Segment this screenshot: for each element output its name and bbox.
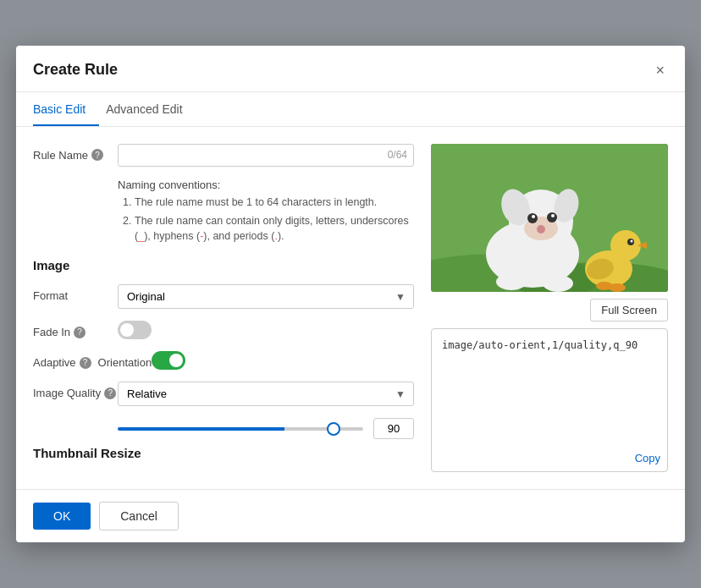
- svg-point-12: [537, 225, 545, 234]
- dialog-header: Create Rule ×: [16, 46, 685, 92]
- quality-slider-row: [118, 418, 414, 439]
- naming-conventions-list: The rule name must be 1 to 64 characters…: [118, 195, 414, 245]
- create-rule-dialog: Create Rule × Basic Edit Advanced Edit R…: [16, 46, 685, 542]
- image-section-title: Image: [33, 258, 414, 272]
- thumbnail-resize-section: Thumbnail Resize: [33, 446, 414, 460]
- format-select-wrapper: Original jpg png webp gif ▼: [118, 284, 414, 309]
- preview-image-inner: [431, 144, 668, 292]
- code-preview-box: image/auto-orient,1/quality,q_90 Copy: [431, 328, 668, 472]
- image-quality-select[interactable]: Relative Absolute: [118, 382, 414, 406]
- fade-in-toggle[interactable]: [118, 321, 152, 339]
- format-select[interactable]: Original jpg png webp gif: [118, 284, 414, 309]
- svg-point-16: [610, 230, 641, 261]
- copy-button[interactable]: Copy: [635, 452, 660, 464]
- naming-conventions-title: Naming conventions:: [118, 179, 414, 191]
- code-preview-text: image/auto-orient,1/quality,q_90: [442, 339, 638, 351]
- tab-advanced-edit[interactable]: Advanced Edit: [106, 92, 196, 126]
- quality-slider[interactable]: [118, 427, 363, 431]
- svg-point-10: [532, 215, 535, 218]
- char-count: 0/64: [388, 149, 407, 161]
- rule-name-input-wrapper: 0/64: [118, 144, 414, 167]
- rule-name-help-icon[interactable]: ?: [91, 149, 103, 161]
- left-panel: Rule Name ? 0/64 Naming conventions: The…: [33, 144, 414, 472]
- image-quality-select-wrapper: Relative Absolute ▼: [118, 382, 414, 406]
- dialog-footer: OK Cancel: [16, 489, 685, 542]
- rule-name-input[interactable]: [118, 144, 414, 167]
- adaptive-orientation-label: Adaptive ? Orientation: [33, 351, 152, 369]
- preview-image: [431, 144, 668, 292]
- svg-point-8: [527, 213, 538, 223]
- thumbnail-resize-title: Thumbnail Resize: [33, 446, 414, 460]
- format-row: Format Original jpg png webp gif ▼: [33, 284, 414, 309]
- adaptive-orientation-toggle[interactable]: [152, 351, 185, 370]
- image-quality-label: Image Quality ?: [33, 382, 118, 399]
- fade-in-label: Fade In ?: [33, 321, 118, 338]
- adaptive-orientation-row: Adaptive ? Orientation: [33, 351, 414, 370]
- naming-conventions: Naming conventions: The rule name must b…: [118, 179, 414, 245]
- svg-point-22: [609, 283, 626, 292]
- dialog-body: Rule Name ? 0/64 Naming conventions: The…: [16, 127, 685, 489]
- rule-name-label: Rule Name ?: [33, 144, 118, 162]
- fade-in-row: Fade In ?: [33, 321, 414, 339]
- fade-in-slider: [118, 321, 152, 339]
- format-label: Format: [33, 284, 118, 302]
- dialog-title: Create Rule: [33, 61, 118, 79]
- image-quality-help-icon[interactable]: ?: [104, 387, 116, 399]
- adaptive-orientation-help-icon[interactable]: ?: [80, 357, 91, 369]
- cancel-button[interactable]: Cancel: [99, 502, 179, 530]
- fullscreen-button[interactable]: Full Screen: [590, 299, 668, 321]
- fade-in-help-icon[interactable]: ?: [74, 327, 86, 338]
- close-button[interactable]: ×: [652, 59, 668, 81]
- rule-name-row: Rule Name ? 0/64: [33, 144, 414, 167]
- svg-point-11: [551, 214, 555, 217]
- tab-bar: Basic Edit Advanced Edit: [16, 92, 685, 127]
- preview-svg: [431, 144, 668, 292]
- svg-point-19: [631, 239, 633, 242]
- image-quality-row: Image Quality ? Relative Absolute ▼: [33, 382, 414, 406]
- ok-button[interactable]: OK: [33, 503, 91, 530]
- convention-1: The rule name must be 1 to 64 characters…: [135, 195, 414, 211]
- svg-point-9: [547, 212, 557, 223]
- convention-2: The rule name can contain only digits, l…: [135, 213, 414, 245]
- quality-value-input[interactable]: [373, 418, 414, 439]
- content-area: Rule Name ? 0/64 Naming conventions: The…: [16, 127, 685, 489]
- svg-point-14: [543, 275, 573, 292]
- right-panel: Full Screen image/auto-orient,1/quality,…: [431, 144, 668, 472]
- svg-point-13: [496, 273, 527, 290]
- tab-basic-edit[interactable]: Basic Edit: [33, 92, 99, 126]
- adaptive-orientation-slider: [152, 351, 185, 370]
